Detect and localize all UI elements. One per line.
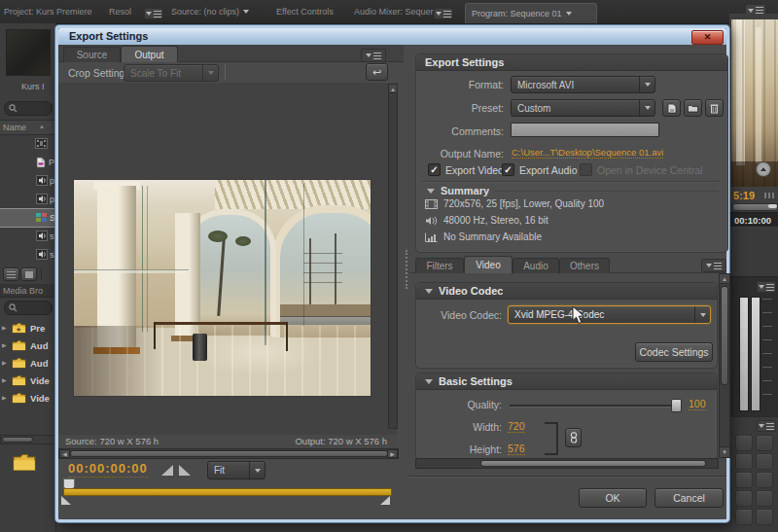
save-preset-button[interactable] (662, 99, 681, 117)
close-button[interactable]: ✕ (691, 30, 724, 45)
height-value[interactable]: 576 (508, 443, 525, 455)
list-item[interactable]: sf (0, 228, 55, 245)
collapse-section-button[interactable] (756, 161, 771, 177)
panel-menu-icon[interactable] (757, 281, 776, 293)
list-item[interactable]: pl (0, 191, 55, 208)
tab-filters[interactable]: Filters (415, 258, 464, 273)
list-item[interactable]: pl (0, 172, 55, 190)
expander-icon[interactable]: ▶ (2, 324, 7, 331)
vertical-scrollbar[interactable] (388, 92, 398, 429)
checkbox-checked-icon[interactable]: ✓ (502, 163, 514, 176)
in-point-icon[interactable] (161, 465, 173, 476)
search-box[interactable] (4, 301, 53, 315)
export-audio-checkbox[interactable]: ✓ Export Audio (502, 163, 578, 176)
expander-icon[interactable]: ▶ (2, 376, 7, 383)
panel-menu-icon[interactable] (701, 259, 726, 272)
media-browser-tab[interactable]: Media Bro (0, 284, 55, 298)
list-item-selected[interactable]: Se (0, 209, 54, 227)
dimension-bracket (545, 422, 558, 455)
folder-row[interactable]: ▶ ★ Pre (0, 319, 55, 337)
tool-button[interactable] (756, 490, 773, 507)
name-column-header[interactable]: Name ▲ (0, 120, 55, 135)
checkbox-checked-icon[interactable]: ✓ (428, 163, 441, 176)
panel-menu-icon[interactable] (361, 49, 386, 62)
codec-settings-button[interactable]: Codec Settings (635, 342, 713, 362)
scroll-down-arrow[interactable]: ▼ (719, 446, 730, 458)
export-settings-group: Export Settings Format: Microsoft AVI Pr… (415, 53, 728, 253)
delete-preset-button[interactable] (705, 99, 724, 117)
preview-horizontal-scrollbar[interactable]: ◀ ▶ (58, 448, 399, 459)
panel-menu-icon[interactable] (434, 8, 453, 19)
output-name-link[interactable]: C:\User...T\Desktop\Sequence 01.avi (512, 147, 663, 159)
tab-audio-mixer[interactable]: Audio Mixer: Sequen (354, 7, 445, 17)
basic-settings-header[interactable]: Basic Settings (416, 373, 717, 390)
settings-vertical-scrollbar[interactable] (719, 283, 730, 448)
quality-value[interactable]: 100 (689, 398, 706, 410)
preset-dropdown[interactable]: Custom (511, 99, 655, 117)
folder-row[interactable]: ▶ Vide (0, 372, 55, 389)
tool-button[interactable] (735, 509, 753, 525)
tool-button[interactable] (756, 509, 773, 525)
icon-view-button[interactable] (20, 267, 37, 281)
reset-button[interactable]: ↩ (366, 63, 388, 81)
settings-horizontal-scrollbar[interactable] (415, 458, 719, 469)
folder-row[interactable]: ▶ Vide (0, 389, 55, 407)
list-item[interactable]: sk (0, 246, 55, 264)
trim-in-handle[interactable] (61, 496, 71, 505)
tab-source[interactable]: Source (63, 47, 121, 62)
list-item[interactable]: Pl (0, 154, 55, 171)
quality-slider-handle[interactable] (671, 399, 682, 412)
timeline-bar[interactable] (63, 488, 392, 496)
panel-menu-icon[interactable] (757, 420, 776, 432)
ok-button[interactable]: OK (579, 488, 647, 508)
comments-input[interactable] (511, 123, 659, 137)
scrubber-thumb[interactable] (768, 204, 777, 208)
video-codec-dropdown[interactable]: Xvid MPEG-4 Codec (508, 305, 711, 324)
list-item[interactable] (0, 135, 55, 153)
tab-project[interactable]: Project: Kurs Premiere (4, 7, 105, 17)
import-preset-button[interactable] (684, 99, 702, 117)
tab-program-monitor[interactable]: Program: Sequence 01 (465, 3, 597, 23)
tool-button[interactable] (756, 472, 773, 488)
folder-row[interactable]: ▶ Aud (0, 337, 55, 354)
program-scrubber[interactable] (732, 203, 778, 211)
expander-icon[interactable]: ▶ (2, 359, 7, 366)
crop-mode-dropdown[interactable]: Scale To Fit (124, 64, 219, 82)
tab-video[interactable]: Video (464, 256, 513, 273)
list-view-button[interactable] (3, 267, 19, 281)
panel-menu-icon[interactable] (144, 8, 163, 19)
tab-resources[interactable]: Resol (109, 7, 148, 17)
format-dropdown[interactable]: Microsoft AVI (511, 76, 655, 93)
dialog-title-bar[interactable]: Export Settings ✕ (58, 28, 726, 45)
summary-header[interactable]: Summary (427, 185, 719, 196)
width-value[interactable]: 720 (508, 420, 525, 433)
tool-button[interactable] (735, 472, 753, 488)
audio-clip-icon (36, 175, 48, 186)
export-video-checkbox[interactable]: ✓ Export Video (428, 163, 504, 176)
horizontal-scrollbar[interactable] (0, 435, 57, 444)
tool-button[interactable] (735, 453, 753, 470)
preview-timecode[interactable]: 00:00:00:00 (68, 461, 148, 478)
tool-button[interactable] (735, 435, 753, 451)
tab-effect-controls[interactable]: Effect Controls (276, 7, 354, 17)
scroll-left-arrow[interactable]: ◀ (59, 449, 70, 458)
expander-icon[interactable]: ▶ (2, 394, 7, 401)
tool-button[interactable] (756, 435, 773, 451)
trim-out-handle[interactable] (380, 496, 390, 505)
tab-source-monitor[interactable]: Source: (no clips) (171, 7, 265, 17)
quality-slider[interactable] (510, 405, 677, 407)
out-point-icon[interactable] (179, 465, 191, 476)
tab-others[interactable]: Others (559, 258, 610, 273)
folder-row[interactable]: ▶ Aud (0, 354, 55, 372)
video-codec-header[interactable]: Video Codec (416, 283, 717, 300)
tab-audio[interactable]: Audio (513, 258, 559, 273)
tool-button[interactable] (756, 453, 773, 470)
tool-button[interactable] (735, 490, 753, 507)
zoom-level-dropdown[interactable]: Fit (207, 461, 265, 479)
expander-icon[interactable]: ▶ (2, 341, 7, 348)
scroll-right-arrow[interactable]: ▶ (387, 449, 398, 458)
cancel-button[interactable]: Cancel (654, 488, 724, 508)
search-box[interactable] (4, 101, 53, 116)
tab-output[interactable]: Output (121, 46, 178, 62)
link-dimensions-button[interactable] (565, 428, 582, 447)
